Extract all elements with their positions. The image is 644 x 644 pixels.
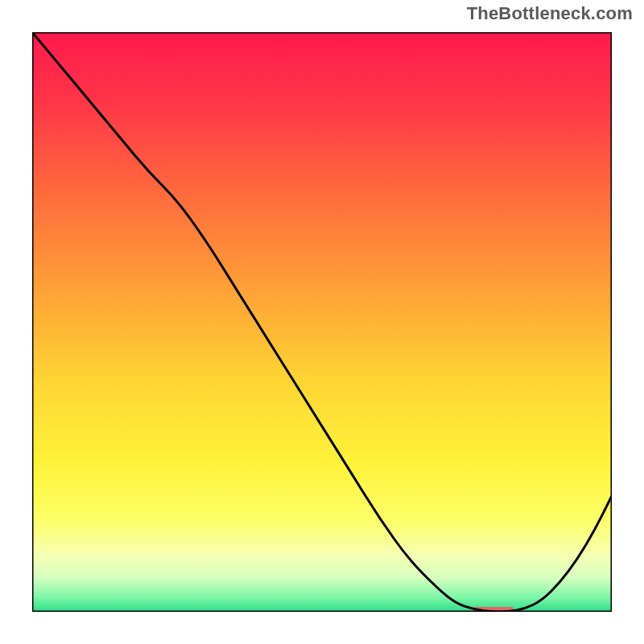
gradient-background [32, 32, 612, 612]
bottleneck-chart [32, 32, 612, 612]
plot-area [32, 32, 612, 612]
chart-frame: TheBottleneck.com [0, 0, 644, 644]
attribution-text: TheBottleneck.com [467, 3, 633, 24]
